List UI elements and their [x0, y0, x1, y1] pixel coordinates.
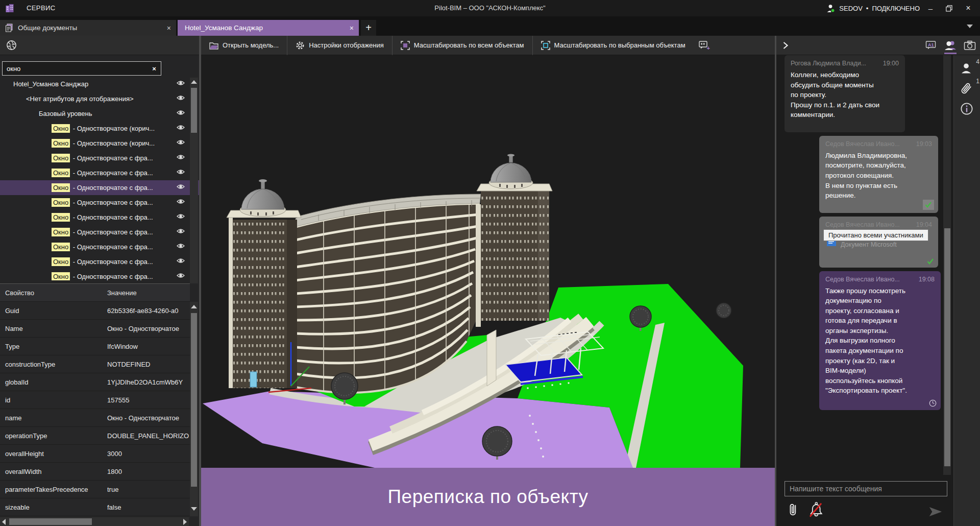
- zoom-selected-objects-button[interactable]: Масштабировать по выбранным объектам: [533, 36, 694, 55]
- property-name: name: [0, 414, 107, 422]
- tree-row[interactable]: Окно - Одностворчатое с фра...: [0, 180, 199, 195]
- properties-scrollbar[interactable]: [190, 302, 198, 516]
- scroll-right-icon[interactable]: [183, 519, 187, 525]
- scrollbar-thumb[interactable]: [191, 88, 197, 133]
- search-clear-icon[interactable]: ×: [148, 65, 161, 73]
- 3d-viewport[interactable]: Переписка по объекту: [201, 55, 775, 526]
- property-name: operationType: [0, 432, 107, 440]
- chat-message[interactable]: Седов Вячеслав Ивано...19:03Людмила Влад…: [819, 136, 938, 213]
- search-input[interactable]: [3, 65, 148, 73]
- close-button[interactable]: ×: [960, 0, 977, 16]
- eye-icon[interactable]: [177, 258, 185, 264]
- scroll-down-icon[interactable]: [191, 507, 197, 511]
- eye-icon[interactable]: [177, 228, 185, 234]
- eye-icon[interactable]: [177, 273, 185, 278]
- button-label: Масштабировать по всем объектам: [414, 41, 524, 49]
- tree-row[interactable]: Окно - Одностворчатое с фра...: [0, 254, 199, 269]
- eye-icon[interactable]: [177, 95, 185, 101]
- tree-row[interactable]: Окно - Одностворчатое с фра...: [0, 269, 199, 280]
- eye-icon[interactable]: [177, 110, 185, 115]
- participants-icon[interactable]: [943, 38, 958, 53]
- add-chat-button[interactable]: +: [694, 36, 715, 55]
- minimize-button[interactable]: –: [922, 0, 939, 16]
- eye-icon[interactable]: [177, 243, 185, 249]
- properties-hscrollbar[interactable]: [0, 517, 189, 526]
- eye-icon[interactable]: [177, 139, 185, 145]
- participants-count-icon[interactable]: 4: [960, 62, 975, 78]
- tree-row-label: Базовый уровень: [39, 110, 92, 117]
- participants-badge: 4: [976, 58, 979, 65]
- scroll-up-icon[interactable]: [191, 80, 197, 84]
- property-row: Guid62b5336f-ae83-4260-a0: [0, 302, 190, 320]
- tree-row[interactable]: Окно - Одностворчатое с фра...: [0, 165, 199, 180]
- eye-icon[interactable]: [177, 80, 185, 86]
- send-icon[interactable]: [928, 507, 943, 517]
- tree-row[interactable]: Окно - Одностворчатое (корич...: [0, 121, 199, 136]
- message-time: 19:04: [916, 221, 932, 228]
- tab-bar: Общие документы × Hotel_Усманов Санджар …: [0, 16, 980, 36]
- message-text: Также прошу посмотреть документацию по п…: [825, 286, 908, 396]
- display-settings-button[interactable]: Настройки отображения: [287, 36, 392, 55]
- attach-file-button[interactable]: [788, 503, 799, 518]
- tree-row[interactable]: Hotel_Усманов Санджар: [0, 77, 199, 91]
- zoom-all-objects-button[interactable]: Масштабировать по всем объектам: [393, 36, 532, 55]
- button-label: Настройки отображения: [309, 41, 384, 49]
- tree-row[interactable]: Окно - Одностворчатое (корич...: [0, 136, 199, 151]
- eye-icon[interactable]: [177, 184, 185, 189]
- annotation-icon[interactable]: A1: [924, 38, 938, 53]
- connection-status[interactable]: SEDOV • ПОДКЛЮЧЕНО: [826, 0, 920, 16]
- tree-row[interactable]: Окно - Одностворчатое с фра...: [0, 225, 199, 240]
- tree-row[interactable]: Окно - Одностворчатое с фра...: [0, 195, 199, 210]
- tree-row[interactable]: Окно - Одностворчатое с фра...: [0, 151, 199, 165]
- tab-close-icon[interactable]: ×: [350, 20, 354, 36]
- eye-icon[interactable]: [177, 125, 185, 130]
- tab-shared-documents[interactable]: Общие документы ×: [0, 20, 176, 36]
- eye-icon[interactable]: [177, 169, 185, 175]
- scroll-up-icon[interactable]: [191, 305, 197, 308]
- tab-hotel-model[interactable]: Hotel_Усманов Санджар ×: [178, 20, 359, 36]
- bell-muted-icon[interactable]: [808, 501, 823, 518]
- chat-message[interactable]: Рогова Людмила Влади...19:00Коллеги, нео…: [785, 55, 905, 132]
- tree-row[interactable]: Базовый уровень: [0, 106, 199, 121]
- collapse-panel-icon[interactable]: [782, 41, 789, 50]
- property-value: 1800: [107, 468, 190, 475]
- scrollbar-thumb[interactable]: [191, 313, 197, 487]
- property-row: TypeIfcWindow: [0, 338, 190, 355]
- tab-close-icon[interactable]: ×: [167, 20, 171, 36]
- eye-icon[interactable]: [177, 154, 185, 160]
- aperture-icon[interactable]: [6, 40, 17, 51]
- status-sep: •: [866, 5, 869, 12]
- read-receipt-tooltip: Прочитано всеми участниками: [823, 229, 928, 241]
- eye-icon[interactable]: [177, 199, 185, 204]
- tab-list-dropdown-icon[interactable]: [967, 25, 973, 28]
- window-chip: Окно: [52, 183, 70, 192]
- 3d-model-canvas[interactable]: [201, 55, 775, 468]
- tree-row-label: - Одностворчатое с фра...: [71, 213, 153, 221]
- property-value: NOTDEFINED: [107, 361, 190, 368]
- chat-scrollbar[interactable]: [943, 55, 951, 475]
- snapshot-icon[interactable]: [963, 38, 977, 53]
- scroll-left-icon[interactable]: [2, 519, 6, 525]
- open-model-button[interactable]: Открыть модель...: [201, 36, 287, 55]
- open-model-folder-icon: [209, 41, 218, 50]
- scrollbar-thumb[interactable]: [9, 518, 92, 525]
- restore-button[interactable]: [940, 0, 958, 16]
- message-input[interactable]: [785, 481, 947, 496]
- property-value: Окно - Одностворчатое: [107, 325, 190, 332]
- tree-row[interactable]: <Нет атрибутов для отображения>: [0, 91, 199, 106]
- tree-row[interactable]: Окно - Одностворчатое с фра...: [0, 240, 199, 254]
- scrollbar-thumb[interactable]: [944, 228, 950, 466]
- message-list[interactable]: Рогова Людмила Влади...19:00Коллеги, нео…: [776, 55, 943, 475]
- attachments-icon[interactable]: 1: [960, 82, 975, 97]
- shared-docs-icon: [5, 23, 14, 32]
- tree-row[interactable]: Окно - Одностворчатое с фра...: [0, 210, 199, 225]
- tree-scrollbar[interactable]: [190, 78, 198, 283]
- info-icon[interactable]: [960, 102, 975, 117]
- chat-message[interactable]: Седов Вячеслав Ивано...19:08Также прошу …: [819, 271, 941, 410]
- chat-message[interactable]: Седов Вячеслав Ивано...19:04Протокол сов…: [819, 217, 938, 268]
- new-tab-button[interactable]: +: [361, 20, 376, 36]
- read-check-icon: [927, 258, 934, 265]
- property-row: NameОкно - Одностворчатое: [0, 320, 190, 338]
- eye-icon[interactable]: [177, 213, 185, 219]
- property-name: Guid: [0, 307, 107, 315]
